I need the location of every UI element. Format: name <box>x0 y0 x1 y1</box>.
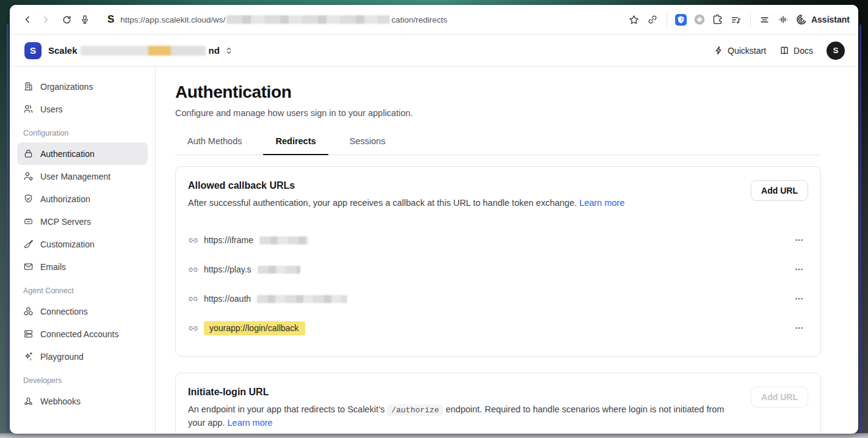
sidebar-item-users[interactable]: Users <box>17 98 148 120</box>
toolbar-divider <box>667 13 667 26</box>
browser-window: S https://app.scalekit.cloud/ws/cation/r… <box>10 5 858 434</box>
sidebar-item-label: Webhooks <box>40 396 81 406</box>
book-icon <box>779 46 789 56</box>
microphone-button[interactable] <box>76 10 94 29</box>
extension-badge-button[interactable] <box>690 10 709 29</box>
sidebar-item-authentication[interactable]: Authentication <box>17 142 148 165</box>
url-row-menu-button[interactable] <box>790 291 808 307</box>
sidebar-item-label: Organizations <box>40 82 93 92</box>
tab-redirects[interactable]: Redirects <box>263 130 328 155</box>
link-icon <box>188 265 198 275</box>
quickstart-button[interactable]: Quickstart <box>714 46 766 56</box>
url-row-menu-button[interactable] <box>790 261 808 277</box>
tab-sessions[interactable]: Sessions <box>338 130 398 155</box>
sidebar-item-user-management[interactable]: User Management <box>17 165 148 188</box>
sidebar-item-playground[interactable]: Playground <box>17 345 148 368</box>
paintbrush-icon <box>23 239 34 249</box>
toolbar-divider <box>750 13 751 26</box>
puzzle-extension-button[interactable] <box>709 10 727 29</box>
assistant-button[interactable]: Assistant <box>796 14 850 25</box>
sidebar-item-webhooks[interactable]: Webhooks <box>17 390 148 412</box>
page-title: Authentication <box>175 82 821 102</box>
bookmark-button[interactable] <box>625 10 643 29</box>
tab-bar: Auth Methods Redirects Sessions <box>175 130 821 155</box>
window-edge-accent-right <box>859 24 861 438</box>
users-icon <box>23 104 34 114</box>
desktop-background: S https://app.scalekit.cloud/ws/cation/r… <box>0 0 868 438</box>
sidebar-item-authorization[interactable]: Authorization <box>17 188 148 210</box>
assistant-swirl-icon <box>796 14 807 25</box>
puzzle-extension-icon <box>712 14 723 25</box>
callback-url-row: https://iframe <box>188 225 808 255</box>
sidebar-item-emails[interactable]: Emails <box>17 255 148 278</box>
ellipsis-icon <box>794 294 804 304</box>
card-description-before-code: An endpoint in your app that redirects t… <box>188 404 385 414</box>
callback-url-row: https://play.s <box>188 255 808 284</box>
forward-button[interactable] <box>37 10 55 29</box>
sidebar-item-organizations[interactable]: Organizations <box>17 75 148 98</box>
user-gear-icon <box>23 171 34 181</box>
callback-url-row: https://oauth <box>188 284 808 313</box>
sidebar-item-mcp-servers[interactable]: MCP Servers <box>17 210 148 233</box>
reader-mode-button[interactable] <box>756 10 774 29</box>
docs-label: Docs <box>794 46 813 56</box>
docs-button[interactable]: Docs <box>779 46 813 56</box>
back-arrow-icon <box>23 15 32 24</box>
voice-visualizer-icon <box>778 14 789 25</box>
browser-toolbar: S https://app.scalekit.cloud/ws/cation/r… <box>10 5 858 35</box>
voice-visualizer-button[interactable] <box>774 10 792 29</box>
forward-arrow-icon <box>41 15 51 24</box>
organizations-icon <box>23 81 34 92</box>
sidebar-section-configuration: Configuration <box>17 120 148 142</box>
copy-link-button[interactable] <box>643 10 662 29</box>
link-icon <box>188 235 198 246</box>
sidebar-item-label: Authentication <box>40 149 95 159</box>
tab-auth-methods[interactable]: Auth Methods <box>175 130 254 155</box>
app-header: S Scalek nd Quickstart Docs S <box>10 35 858 67</box>
learn-more-link[interactable]: Learn more <box>228 418 273 428</box>
mail-icon <box>23 261 34 272</box>
address-bar[interactable]: https://app.scalekit.cloud/ws/cation/red… <box>120 15 625 24</box>
card-title: Initiate-login URL <box>188 387 736 398</box>
link-icon <box>188 323 198 334</box>
sidebar-item-connected-accounts[interactable]: Connected Accounts <box>17 323 148 345</box>
url-row-menu-button[interactable] <box>790 232 808 248</box>
sidebar-item-label: Connected Accounts <box>40 329 118 339</box>
reader-mode-icon <box>759 15 770 25</box>
reload-icon <box>62 15 72 25</box>
url-suffix: cation/redirects <box>391 15 447 24</box>
workspace-switcher[interactable]: S Scalek nd <box>24 42 233 59</box>
add-url-button-disabled[interactable]: Add URL <box>751 387 808 407</box>
callback-url-text-highlighted: yourapp://login/callback <box>204 321 305 335</box>
back-button[interactable] <box>18 10 37 29</box>
card-description: After successful authentication, your ap… <box>188 198 577 208</box>
shield-check-icon <box>23 194 34 204</box>
media-queue-button[interactable] <box>727 10 745 29</box>
allowed-callback-urls-card: Allowed callback URLs After successful a… <box>175 166 821 357</box>
sidebar-item-connections[interactable]: Connections <box>17 300 148 323</box>
url-redacted-segment <box>257 295 347 303</box>
add-url-button[interactable]: Add URL <box>751 180 808 201</box>
link-icon <box>188 294 198 304</box>
user-avatar[interactable]: S <box>826 42 845 60</box>
url-row-menu-button[interactable] <box>790 320 808 336</box>
sidebar-item-customization[interactable]: Customization <box>17 233 148 255</box>
sidebar-item-label: Users <box>40 104 63 114</box>
sidebar-item-label: User Management <box>40 172 110 181</box>
password-extension-button[interactable] <box>672 10 690 29</box>
initiate-login-url-card: Initiate-login URL An endpoint in your a… <box>175 373 821 434</box>
callback-url-text: https://play.s <box>204 265 251 274</box>
workspace-name-redacted <box>81 46 206 56</box>
chevron-updown-icon <box>225 46 233 55</box>
url-redacted-segment <box>226 15 390 24</box>
sidebar-item-label: Customization <box>40 239 95 249</box>
workspace-name-prefix: Scalek <box>48 45 78 56</box>
assistant-label: Assistant <box>811 15 850 24</box>
reload-button[interactable] <box>57 10 76 29</box>
window-edge-accent-left <box>7 24 9 438</box>
learn-more-link[interactable]: Learn more <box>579 198 624 208</box>
sparkles-icon <box>23 351 34 362</box>
lock-icon <box>23 148 34 159</box>
copy-link-icon <box>648 15 657 24</box>
ellipsis-icon <box>794 265 804 274</box>
